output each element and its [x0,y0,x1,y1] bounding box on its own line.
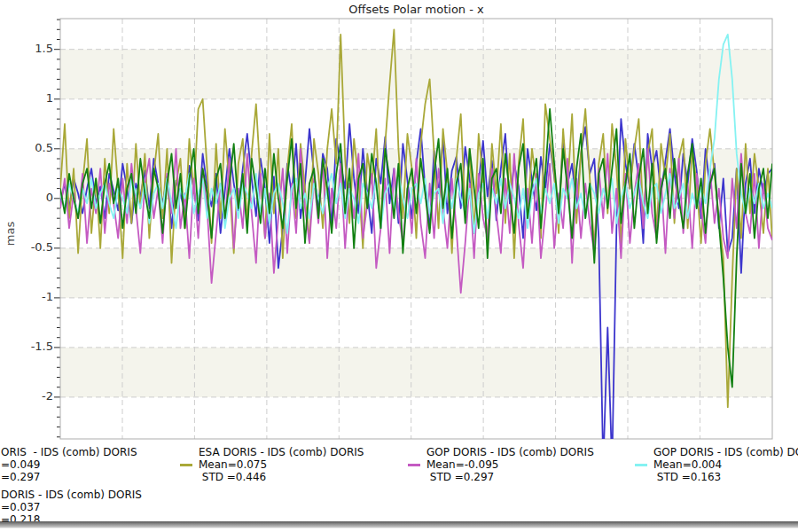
y-tick-label: -0.5 [0,240,53,254]
plot-band [60,348,772,397]
y-tick-label: 1.5 [0,42,53,55]
y-tick-label: -2 [0,389,53,403]
legend-entry-std: STD =0.297 [426,471,494,483]
legend-marker [408,464,420,466]
legend-marker [180,464,192,466]
plot-band [60,50,772,99]
chart-window: { "chart": { "title": "Offsets Polar mot… [0,0,798,532]
legend-marker [635,464,647,466]
y-tick-label: 0.5 [0,141,53,154]
legend-entry-name: GOP DORIS - IDS (comb) DORIS [426,446,594,458]
legend-entry-mean: =0.037 [1,501,40,513]
legend-entry-std: =0.297 [1,471,40,483]
legend-entry-std: STD =0.163 [653,471,721,483]
legend-entry-name: DORIS - IDS (comb) DORIS [1,489,142,501]
legend-entry-mean: Mean=0.004 [653,458,722,471]
window-resize-bar [0,521,798,528]
plot-band [60,248,772,298]
legend-entry-mean: =0.049 [1,458,40,471]
legend-entry-name: GOP DORIS - IDS (comb) DORIS [653,446,798,458]
y-tick-label: -1.5 [0,340,53,353]
legend-entry-name: ORIS - IDS (comb) DORIS [1,446,137,458]
legend-entry-mean: Mean=-0.095 [426,458,498,471]
legend-entry-mean: Mean=0.075 [199,458,267,471]
y-tick-label: -1 [0,290,53,303]
axis-ticks [54,20,60,437]
legend-entry-std: STD =0.446 [199,471,266,483]
y-tick-label: 1 [0,91,53,105]
y-tick-label: 0 [0,191,53,204]
legend-entry-name: ESA DORIS - IDS (comb) DORIS [199,446,364,458]
